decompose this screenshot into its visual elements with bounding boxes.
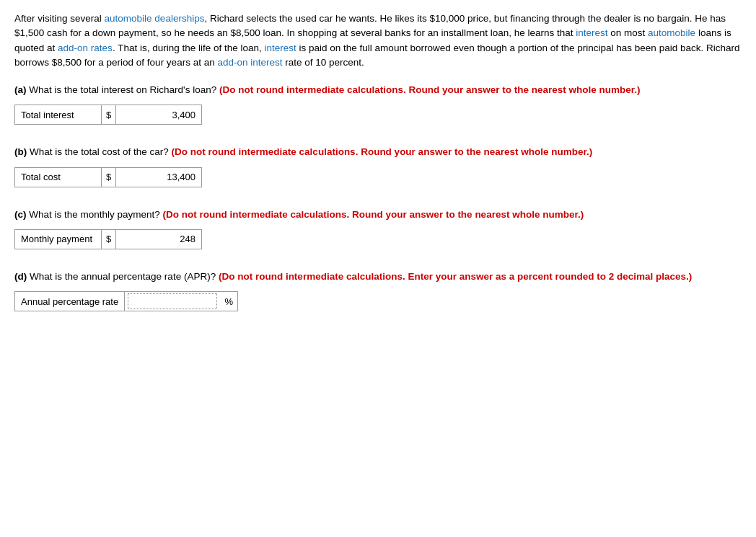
total-interest-label: Total interest <box>15 105 102 124</box>
highlight-interest3: interest <box>250 57 282 68</box>
question-c-label: (c) What is the monthly payment? (Do not… <box>14 208 742 222</box>
question-b-block: (b) What is the total cost of the car? (… <box>14 145 742 187</box>
highlight-interest2: interest <box>265 43 296 53</box>
monthly-payment-label: Monthly payment <box>15 230 102 249</box>
question-c-block: (c) What is the monthly payment? (Do not… <box>14 208 742 249</box>
question-a-text: What is the total interest on Richard's … <box>27 84 219 95</box>
question-c-instruction: (Do not round intermediate calculations.… <box>163 209 584 220</box>
highlight-automobile2: automobile <box>648 27 695 38</box>
question-a-answer-row: Total interest $ 3,400 <box>14 105 202 125</box>
monthly-payment-currency: $ <box>102 230 116 249</box>
question-c-answer-row: Monthly payment $ 248 <box>14 229 202 249</box>
total-cost-label: Total cost <box>15 168 102 187</box>
question-a-label: (a) What is the total interest on Richar… <box>14 83 742 97</box>
question-d-block: (d) What is the annual percentage rate (… <box>14 270 742 311</box>
question-c-text: What is the monthly payment? <box>27 209 163 220</box>
question-a-block: (a) What is the total interest on Richar… <box>14 83 742 125</box>
question-d-label: (d) What is the annual percentage rate (… <box>14 270 742 284</box>
question-b-text: What is the total cost of the car? <box>27 146 171 157</box>
highlight-automobile: automobile <box>105 13 152 24</box>
total-cost-value: 13,400 <box>116 168 201 187</box>
highlight-dealerships: dealerships <box>154 13 204 24</box>
question-a-instruction: (Do not round intermediate calculations.… <box>219 84 641 95</box>
question-b-answer-row: Total cost $ 13,400 <box>14 167 202 187</box>
question-d-text: What is the annual percentage rate (APR)… <box>27 271 219 282</box>
question-d-part: (d) <box>14 271 27 282</box>
monthly-payment-value: 248 <box>116 230 201 249</box>
total-interest-currency: $ <box>102 105 116 124</box>
question-d-instruction: (Do not round intermediate calculations.… <box>219 271 692 282</box>
total-interest-value: 3,400 <box>116 105 201 124</box>
apr-input-wrapper[interactable] <box>125 292 220 311</box>
apr-label: Annual percentage rate <box>15 292 125 311</box>
highlight-addon1: add-on rates <box>58 43 113 53</box>
intro-paragraph: After visiting several automobile dealer… <box>14 12 742 70</box>
question-b-part: (b) <box>14 146 27 157</box>
question-b-label: (b) What is the total cost of the car? (… <box>14 145 742 159</box>
apr-percent-symbol: % <box>220 292 237 311</box>
highlight-interest1: interest <box>576 27 607 38</box>
question-a-part: (a) <box>14 84 27 95</box>
apr-input[interactable] <box>128 293 217 309</box>
question-d-answer-row: Annual percentage rate % <box>14 291 238 311</box>
total-cost-currency: $ <box>102 168 116 187</box>
highlight-addon2: add-on <box>217 57 247 68</box>
question-b-instruction: (Do not round intermediate calculations.… <box>172 146 593 157</box>
question-c-part: (c) <box>14 209 27 220</box>
